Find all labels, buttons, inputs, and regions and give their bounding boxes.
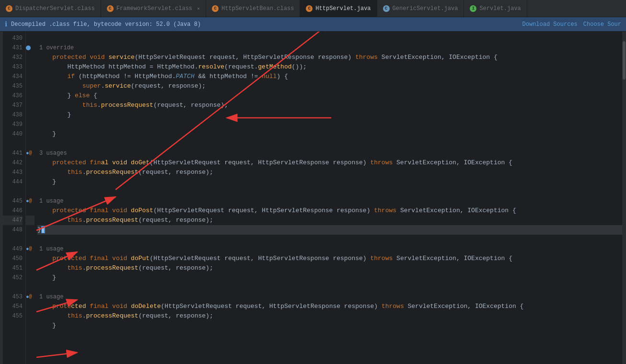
usages-hint-441: 3 usages — [37, 148, 626, 158]
tab-icon-dispatcher: C — [6, 5, 12, 12]
code-line-441: protected final void doGet(HttpServletRe… — [37, 158, 626, 168]
decompile-message: Decompiled .class file, bytecode version… — [11, 21, 201, 28]
line-numbers: 430 431 432 433 434 435 436 437 438 439 … — [3, 32, 26, 364]
tab-label-httpservletbean: HttpServletBean.class — [221, 5, 294, 12]
annotation-icon-441: @ — [29, 148, 32, 158]
info-icon: ℹ — [5, 20, 7, 28]
code-line-443: } — [37, 177, 626, 187]
code-line-449: protected final void doPut(HttpServletRe… — [37, 254, 626, 263]
info-bar: ℹ Decompiled .class file, bytecode versi… — [0, 17, 626, 32]
icon-markers: ●@ ●@ ●@ ●@ — [26, 32, 35, 364]
vertical-scrollbar[interactable] — [622, 32, 626, 364]
tab-icon-httpservlet: C — [306, 5, 313, 12]
code-line-435: } else { — [37, 91, 626, 101]
code-line-438 — [37, 120, 626, 129]
tab-httpservlet[interactable]: C HttpServlet.java — [300, 0, 377, 17]
annotation-icon-449: @ — [29, 244, 32, 254]
tab-genericservlet[interactable]: C GenericServlet.java — [377, 0, 464, 17]
tab-icon-genericservlet: C — [383, 5, 390, 12]
override-icon-445: ● — [26, 196, 29, 206]
tab-icon-servlet: I — [470, 5, 476, 12]
choose-sources-link[interactable]: Choose Sour — [583, 21, 621, 28]
code-line-442: this.processRequest(request, response); — [37, 168, 626, 177]
download-sources-link[interactable]: Download Sources — [522, 21, 578, 28]
tab-httpservletbean[interactable]: C HttpServletBean.class — [206, 0, 300, 17]
usages-hint-445: 1 usage — [37, 196, 626, 206]
ide-window: C DispatcherServlet.class C FrameworkSer… — [0, 0, 626, 364]
tab-icon-framework: C — [107, 5, 114, 12]
override-icon-453: ● — [26, 292, 29, 302]
code-line-453: protected final void doDelete(HttpServle… — [37, 302, 626, 311]
override-icon-441: ● — [26, 148, 29, 158]
code-line-431: protected void service(HttpServletReques… — [37, 53, 626, 62]
code-line-433: if (httpMethod != HttpMethod.PATCH && ht… — [37, 72, 626, 81]
code-line-436: this.processRequest(request, response); — [37, 101, 626, 110]
tab-framework[interactable]: C FrameworkServlet.class ✕ — [101, 0, 206, 17]
scrollbar-thumb[interactable] — [623, 41, 626, 80]
code-line-447: }| — [37, 225, 626, 235]
tab-servlet[interactable]: I Servlet.java — [464, 0, 527, 17]
code-line-444 — [37, 187, 626, 196]
code-line-445: protected final void doPost(HttpServletR… — [37, 206, 626, 216]
code-line-451: } — [37, 273, 626, 283]
editor-container: 430 431 432 433 434 435 436 437 438 439 … — [0, 32, 626, 364]
tab-bar: C DispatcherServlet.class C FrameworkSer… — [0, 0, 626, 17]
code-line-446: this.processRequest(request, response); — [37, 216, 626, 225]
usages-hint-453: 1 usage — [37, 292, 626, 302]
code-line-448 — [37, 235, 626, 244]
code-line-455: } — [37, 321, 626, 330]
code-view: 430 431 432 433 434 435 436 437 438 439 … — [3, 32, 626, 364]
usages-hint-431: 1 override — [37, 43, 626, 53]
code-line-439: } — [37, 129, 626, 139]
annotation-icon-445: @ — [29, 196, 32, 206]
tab-label-httpservlet: HttpServlet.java — [315, 5, 371, 12]
code-line-440 — [37, 139, 626, 148]
code-line-454: this.processRequest(request, response); — [37, 311, 626, 321]
tab-label-genericservlet: GenericServlet.java — [393, 5, 458, 12]
usages-hint-449: 1 usage — [37, 244, 626, 254]
annotation-icon-453: @ — [29, 292, 32, 302]
tab-label-framework: FrameworkServlet.class — [116, 5, 192, 12]
code-line-450: this.processRequest(request, response); — [37, 263, 626, 273]
override-icon-449: ● — [26, 244, 29, 254]
code-line-434: super.service(request, response); — [37, 81, 626, 91]
tab-label-dispatcher: DispatcherServlet.class — [15, 5, 95, 12]
code-line-430 — [37, 34, 626, 43]
code-line-432: HttpMethod httpMethod = HttpMethod.resol… — [37, 62, 626, 72]
tab-label-servlet: Servlet.java — [479, 5, 521, 12]
code-line-437: } — [37, 110, 626, 120]
info-actions: Download Sources Choose Sour — [522, 21, 621, 28]
code-line-452 — [37, 283, 626, 292]
close-framework-button[interactable]: ✕ — [197, 6, 200, 11]
breakpoint-431 — [26, 46, 31, 50]
tab-dispatcher[interactable]: C DispatcherServlet.class — [0, 0, 101, 17]
tab-icon-httpservletbean: C — [212, 5, 219, 12]
code-content[interactable]: 1 override protected void service(HttpSe… — [35, 32, 626, 364]
